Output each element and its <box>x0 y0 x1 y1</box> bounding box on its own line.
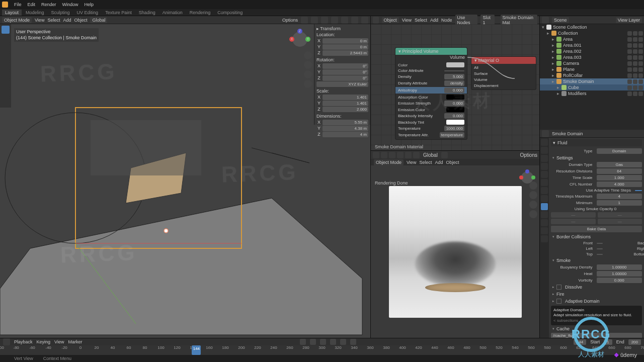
outliner[interactable]: ▾ Scene Collection ▸Collection▸Area▸Area… <box>540 24 644 130</box>
color-swatch[interactable] <box>446 107 464 112</box>
visibility-toggles[interactable] <box>627 85 643 90</box>
tool-move[interactable] <box>2 44 10 52</box>
fire-section[interactable]: Fire <box>551 291 642 298</box>
camera-view-icon[interactable] <box>304 70 312 78</box>
matout-all[interactable]: All <box>474 65 533 70</box>
shading-matprev-icon[interactable] <box>351 17 358 24</box>
node-row-density[interactable]: Density5.000 <box>398 74 464 79</box>
outliner-item-area[interactable]: ▸Area <box>540 36 644 42</box>
dissolve-section[interactable]: Dissolve <box>551 284 642 291</box>
tab-rendering[interactable]: Rendering <box>187 10 214 16</box>
tool-select-box[interactable] <box>2 26 10 34</box>
mode-selector[interactable]: Object Mode <box>2 17 32 23</box>
tool-annotate[interactable] <box>2 80 10 88</box>
zoom-icon[interactable] <box>304 51 312 59</box>
shading-wire-icon[interactable] <box>331 17 338 24</box>
shader-menu-select[interactable]: Select <box>415 18 427 23</box>
buoyancy-field[interactable]: 1.00000 <box>597 264 642 270</box>
domain-type-field[interactable]: Gas <box>597 162 642 167</box>
tab-data-icon[interactable] <box>541 219 548 226</box>
jump-start-icon[interactable] <box>300 339 306 345</box>
rotation-z[interactable]: 0° <box>323 75 368 81</box>
prev-key-icon[interactable] <box>310 339 316 345</box>
tool-cursor[interactable] <box>2 35 10 43</box>
viewport-menu-view[interactable]: View <box>35 18 44 23</box>
menu-edit[interactable]: Edit <box>28 2 36 7</box>
tab-scene-icon[interactable] <box>541 163 548 170</box>
menu-render[interactable]: Render <box>41 2 56 7</box>
adaptive-domain-section[interactable]: Adaptive Domain <box>551 298 642 305</box>
node-output-title[interactable]: ▾ Material O <box>471 57 536 64</box>
outliner-item-modifiers[interactable]: ▸Modifiers <box>540 90 644 97</box>
render-viewport[interactable]: Rendering Done <box>371 165 539 338</box>
shader-menu-view[interactable]: View <box>402 18 412 23</box>
sub-menu-view[interactable]: View <box>407 160 416 165</box>
visibility-toggles[interactable] <box>627 92 643 96</box>
viewport-menu-object[interactable]: Object <box>74 18 87 23</box>
render-camera-icon[interactable] <box>529 201 537 209</box>
tool-scale[interactable] <box>2 62 10 70</box>
cfl-field[interactable]: 4.000 <box>597 182 642 187</box>
jump-end-icon[interactable] <box>350 339 356 345</box>
tab-sculpting[interactable]: Sculpting <box>48 10 73 16</box>
outliner-viewlayer[interactable]: View Layer <box>616 17 642 23</box>
menu-help[interactable]: Help <box>85 2 94 7</box>
rh-icon-3[interactable] <box>397 152 404 158</box>
sub-menu-add[interactable]: Add <box>435 160 443 165</box>
dim-x[interactable]: 5.55 m <box>323 120 368 125</box>
outliner-type-icon[interactable] <box>542 17 549 24</box>
xray-icon[interactable] <box>321 17 328 24</box>
rh-icon-6[interactable] <box>441 152 448 158</box>
rotation-y[interactable]: 0° <box>323 69 368 75</box>
next-key-icon[interactable] <box>340 339 346 345</box>
rotation-mode[interactable]: XYZ Euler <box>316 81 368 87</box>
node-row-blackbody-tint[interactable]: Blackbody Tint <box>398 120 464 125</box>
play-icon[interactable] <box>330 339 336 345</box>
node-row-color[interactable]: Color <box>398 62 464 67</box>
tab-render-icon[interactable] <box>541 139 548 146</box>
outliner-item-rollcollar[interactable]: ▸RollCollar <box>540 72 644 78</box>
outliner-root[interactable]: ▾ Scene Collection <box>540 24 644 30</box>
outliner-item-camera[interactable]: ▸Camera <box>540 60 644 66</box>
render-zoom-icon[interactable] <box>529 182 537 190</box>
location-y[interactable]: 0 m <box>323 44 368 50</box>
border-check[interactable] <box>597 243 603 244</box>
timeline-menu-keying[interactable]: Keying <box>37 339 51 344</box>
visibility-toggles[interactable] <box>627 79 643 84</box>
outliner-scene[interactable]: Scene <box>552 17 569 23</box>
adaptive-ts-checkbox[interactable] <box>635 190 642 191</box>
node-row-density-attribute[interactable]: Density Attributedensity <box>398 80 464 86</box>
outliner-item-collection[interactable]: ▸Collection <box>540 30 644 36</box>
outliner-item-plane[interactable]: ▸Plane <box>540 66 644 72</box>
properties-body[interactable]: ▾Fluid TypeDomain Settings Domain TypeGa… <box>549 138 644 338</box>
outliner-item-area-003[interactable]: ▸Area.003 <box>540 54 644 60</box>
tab-object-icon[interactable] <box>541 179 548 186</box>
scale-y[interactable]: 1.401 <box>323 101 368 106</box>
shader-menu-add[interactable]: Add <box>430 18 438 23</box>
visibility-toggles[interactable] <box>627 55 643 60</box>
frame-start-field[interactable]: 1 <box>604 339 612 345</box>
tab-texturepaint[interactable]: Texture Paint <box>102 10 135 16</box>
tool-addcube[interactable] <box>2 98 10 106</box>
scale-z[interactable]: 2.000 <box>323 107 368 112</box>
shading-rendered-icon[interactable] <box>361 17 368 24</box>
scale-x[interactable]: 1.401 <box>323 95 368 100</box>
rh-icon-1[interactable] <box>381 152 387 158</box>
timeline-menu-marker[interactable]: Marker <box>68 339 82 344</box>
dim-z[interactable]: 4 m <box>323 132 368 137</box>
value-field[interactable] <box>444 70 464 71</box>
pan-icon[interactable] <box>304 61 312 69</box>
tool-transform[interactable] <box>2 71 10 79</box>
overlays-icon[interactable] <box>311 17 318 24</box>
heat-field[interactable]: 1.00000 <box>597 271 642 277</box>
value-field[interactable]: temperature <box>440 132 464 138</box>
visibility-toggles[interactable] <box>627 73 643 78</box>
rh-icon-4[interactable] <box>405 152 412 158</box>
tab-particles-icon[interactable] <box>541 195 548 202</box>
tab-world-icon[interactable] <box>541 171 548 178</box>
viewport-menu-add[interactable]: Add <box>63 18 71 23</box>
properties-type-icon[interactable] <box>542 130 549 137</box>
shader-object-btn[interactable]: Object <box>382 17 399 23</box>
current-frame-field[interactable]: 144 <box>574 339 586 345</box>
tab-modeling[interactable]: Modeling <box>23 10 47 16</box>
